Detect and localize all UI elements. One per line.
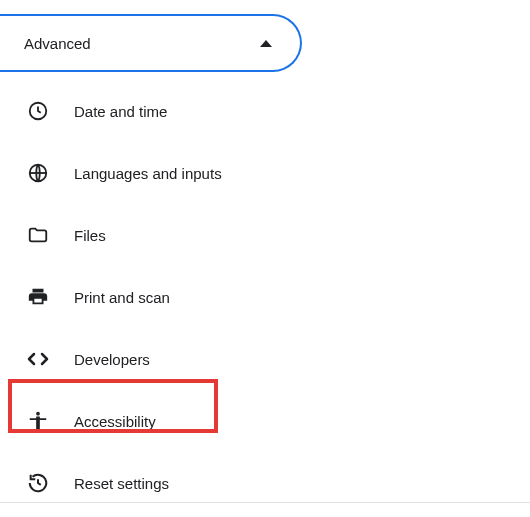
globe-icon	[26, 161, 50, 185]
menu-item-label: Accessibility	[74, 413, 156, 430]
clock-icon	[26, 99, 50, 123]
divider	[0, 502, 530, 503]
accessibility-icon	[26, 409, 50, 433]
menu-item-label: Languages and inputs	[74, 165, 222, 182]
menu-item-label: Files	[74, 227, 106, 244]
advanced-section-header[interactable]: Advanced	[0, 14, 302, 72]
menu-item-label: Date and time	[74, 103, 167, 120]
advanced-label: Advanced	[24, 35, 91, 52]
menu-item-label: Reset settings	[74, 475, 169, 492]
menu-item-files[interactable]: Files	[0, 204, 530, 266]
menu-item-label: Print and scan	[74, 289, 170, 306]
menu-item-label: Developers	[74, 351, 150, 368]
menu-item-accessibility[interactable]: Accessibility	[0, 390, 530, 452]
menu-item-print-scan[interactable]: Print and scan	[0, 266, 530, 328]
svg-point-2	[36, 412, 40, 416]
menu-item-developers[interactable]: Developers	[0, 328, 530, 390]
code-icon	[26, 347, 50, 371]
reset-icon	[26, 471, 50, 495]
menu-item-date-time[interactable]: Date and time	[0, 80, 530, 142]
folder-icon	[26, 223, 50, 247]
collapse-icon	[260, 40, 272, 47]
menu-item-languages[interactable]: Languages and inputs	[0, 142, 530, 204]
printer-icon	[26, 285, 50, 309]
menu-item-reset-settings[interactable]: Reset settings	[0, 452, 530, 514]
advanced-menu-list: Date and time Languages and inputs Files	[0, 72, 530, 514]
